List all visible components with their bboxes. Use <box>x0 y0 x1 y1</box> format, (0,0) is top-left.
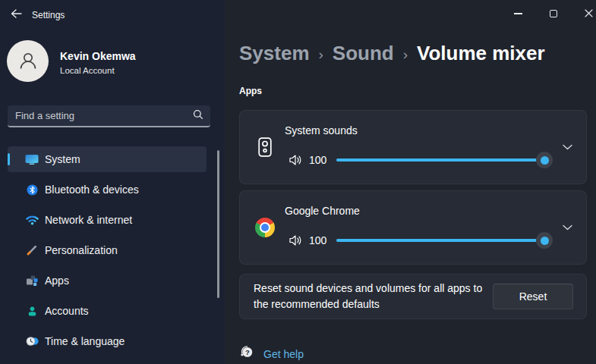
svg-text:?: ? <box>245 348 250 356</box>
search-input[interactable] <box>15 110 193 121</box>
maximize-icon <box>550 10 557 17</box>
sidebar-item-accounts[interactable]: Accounts <box>8 298 207 324</box>
search-icon[interactable] <box>193 109 203 123</box>
volume-icon[interactable] <box>288 233 303 248</box>
mixer-card-google-chrome: Google Chrome 100 <box>239 190 587 265</box>
user-account-type: Local Account <box>60 66 115 75</box>
close-icon <box>585 7 593 20</box>
volume-icon[interactable] <box>288 152 303 168</box>
sidebar-item-apps[interactable]: Apps <box>8 268 207 293</box>
mixer-card-system-sounds: System sounds 100 <box>239 110 587 184</box>
breadcrumb-sound[interactable]: Sound <box>333 42 394 65</box>
sidebar: Settings Kevin Okemwa Local Account Syst… <box>0 0 225 364</box>
page-title: Volume mixer <box>417 42 545 65</box>
sidebar-item-label: Bluetooth & devices <box>45 184 139 196</box>
get-help-link[interactable]: Get help <box>263 348 304 360</box>
sidebar-nav: System Bluetooth & devices Network & int… <box>8 146 207 359</box>
sidebar-item-label: System <box>45 153 80 165</box>
mixer-body: System sounds 100 <box>285 111 549 184</box>
maximize-button[interactable] <box>541 0 566 27</box>
sidebar-item-bluetooth-devices[interactable]: Bluetooth & devices <box>8 177 207 202</box>
personalization-icon <box>25 244 39 256</box>
sidebar-item-label: Network & internet <box>45 214 132 226</box>
person-icon <box>17 49 39 74</box>
breadcrumb-system[interactable]: System <box>239 42 310 65</box>
accounts-icon <box>25 305 39 317</box>
sidebar-item-label: Personalization <box>45 244 118 256</box>
google-chrome-icon <box>255 218 275 237</box>
expand-button[interactable] <box>563 144 572 150</box>
volume-slider[interactable] <box>336 158 544 162</box>
slider-thumb[interactable] <box>536 232 553 249</box>
slider-fill <box>336 239 544 242</box>
app-name: Google Chrome <box>285 205 549 217</box>
back-button[interactable] <box>6 6 26 23</box>
system-icon <box>25 153 39 165</box>
sidebar-item-label: Apps <box>45 275 69 287</box>
main-panel: System › Sound › Volume mixer Apps Syste… <box>225 0 596 364</box>
sidebar-item-label: Accounts <box>45 305 89 317</box>
reset-row: Reset sound devices and volumes for all … <box>239 274 587 319</box>
expand-button[interactable] <box>563 224 572 231</box>
chevron-right-icon: › <box>319 45 323 63</box>
apps-icon <box>25 275 39 287</box>
section-label-apps: Apps <box>239 86 262 96</box>
sidebar-item-time-language[interactable]: Time & language <box>8 328 207 354</box>
get-help: ? Get help <box>239 344 304 364</box>
volume-value: 100 <box>309 154 329 166</box>
mixer-body: Google Chrome 100 <box>285 191 549 264</box>
window-title: Settings <box>32 10 65 20</box>
volume-value: 100 <box>309 234 329 246</box>
reset-description: Reset sound devices and volumes for all … <box>254 281 493 312</box>
user-name: Kevin Okemwa <box>60 50 136 62</box>
avatar <box>7 40 49 82</box>
search-box[interactable] <box>8 105 210 127</box>
sidebar-item-label: Time & language <box>45 335 125 347</box>
back-arrow-icon <box>11 8 22 21</box>
minimize-button[interactable] <box>506 0 530 27</box>
minimize-icon <box>514 13 522 14</box>
sidebar-item-network-internet[interactable]: Network & internet <box>8 207 207 233</box>
sidebar-item-system[interactable]: System <box>8 146 207 172</box>
volume-slider[interactable] <box>336 239 544 242</box>
get-help-icon: ? <box>239 344 254 364</box>
network-icon <box>25 214 39 226</box>
slider-fill <box>336 158 544 162</box>
chevron-right-icon: › <box>403 45 408 63</box>
reset-button[interactable]: Reset <box>493 284 573 309</box>
system-sounds-icon <box>255 137 275 157</box>
sidebar-scrollbar[interactable] <box>217 150 219 298</box>
selected-indicator <box>8 153 10 165</box>
sidebar-item-personalization[interactable]: Personalization <box>8 237 207 263</box>
bluetooth-icon <box>25 184 39 196</box>
time-language-icon <box>25 335 39 347</box>
slider-thumb[interactable] <box>536 152 553 168</box>
app-name: System sounds <box>285 124 549 136</box>
breadcrumb: System › Sound › Volume mixer <box>239 42 545 65</box>
close-button[interactable] <box>576 0 596 27</box>
